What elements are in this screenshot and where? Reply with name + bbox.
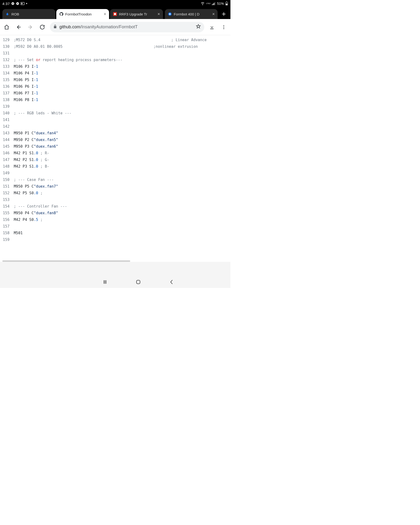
svg-point-18: [223, 25, 224, 26]
code-text[interactable]: M106 P5 I-1: [14, 76, 230, 83]
code-text[interactable]: M501: [14, 230, 230, 236]
line-number: 158: [0, 230, 14, 236]
svg-rect-16: [54, 26, 56, 28]
star-bookmark-icon[interactable]: [196, 24, 201, 30]
wifi-icon: [201, 2, 205, 5]
line-number: 141: [0, 116, 14, 123]
code-text[interactable]: M42 P5 S0.0 ;: [14, 190, 230, 197]
code-text[interactable]: ; --- Set or report heating process para…: [14, 56, 230, 63]
code-text[interactable]: M950 P2 C"duex.fan5": [14, 136, 230, 143]
status-bar: 4:37 • LTE2 51%: [0, 0, 230, 7]
code-text[interactable]: M106 P8 I-1: [14, 96, 230, 103]
line-number: 148: [0, 163, 14, 170]
svg-point-19: [223, 27, 224, 28]
line-number: 144: [0, 136, 14, 143]
code-line: 134M106 P4 I-1: [0, 70, 230, 76]
tab-close-icon[interactable]: ×: [212, 12, 215, 16]
code-line: 131: [0, 50, 230, 56]
code-text[interactable]: [14, 170, 230, 177]
bottom-spacer: [0, 262, 230, 276]
code-line: 154; --- Controller Fan ---: [0, 203, 230, 210]
status-notification-icon-3: [21, 2, 25, 5]
code-text[interactable]: M42 P2 S1.0 ; G-: [14, 157, 230, 163]
line-number: 150: [0, 177, 14, 183]
code-line: 152M42 P5 S0.0 ;: [0, 190, 230, 197]
code-text[interactable]: [14, 197, 230, 203]
overflow-menu-button[interactable]: [219, 23, 228, 31]
code-text[interactable]: ; --- Case Fan ---: [14, 177, 230, 183]
code-line: 138M106 P8 I-1: [0, 96, 230, 103]
code-text[interactable]: M42 P3 S1.0 ; B-: [14, 163, 230, 170]
line-number: 155: [0, 210, 14, 216]
address-bar[interactable]: github.com/InsanityAutomation/FormbotT: [50, 22, 204, 32]
line-number: 135: [0, 76, 14, 83]
line-number: 137: [0, 90, 14, 96]
reload-button[interactable]: [38, 23, 46, 31]
code-text[interactable]: [14, 223, 230, 230]
browser-tab-0[interactable]: ROB: [2, 9, 55, 19]
code-text[interactable]: M950 P4 C"duex.fan8": [14, 210, 230, 216]
code-text[interactable]: [14, 116, 230, 123]
code-text[interactable]: M42 P1 S1.0 ; R-: [14, 150, 230, 157]
network-label: LTE2: [206, 3, 210, 5]
back-system-button[interactable]: [164, 277, 179, 287]
code-line: 130;M592 D0 A0.01 B0.0005 ;nonlinear ext…: [0, 43, 230, 50]
new-tab-button[interactable]: [219, 9, 229, 19]
download-button[interactable]: [208, 23, 216, 31]
tab-close-icon[interactable]: ×: [104, 12, 106, 16]
code-text[interactable]: M950 P5 C"duex.fan7": [14, 183, 230, 190]
code-line: 129;M572 D0 S.4 ; Linear Advance: [0, 37, 230, 43]
code-line: 141: [0, 116, 230, 123]
svg-rect-21: [137, 280, 140, 284]
code-line: 157: [0, 223, 230, 230]
system-navigation-bar: [0, 276, 230, 288]
line-number: 136: [0, 83, 14, 90]
code-text[interactable]: ; --- RGB leds - White ---: [14, 110, 230, 116]
code-line: 158M501: [0, 230, 230, 236]
line-number: 140: [0, 110, 14, 116]
forward-button[interactable]: [26, 23, 35, 31]
tab-title: ROB: [11, 12, 53, 16]
code-line: 149: [0, 170, 230, 177]
home-button[interactable]: [2, 23, 11, 31]
recents-button[interactable]: [98, 277, 112, 287]
code-text[interactable]: M106 P7 I-1: [14, 90, 230, 96]
url-text: github.com/InsanityAutomation/FormbotT: [59, 25, 193, 29]
tab-close-icon[interactable]: ×: [157, 12, 160, 16]
back-button[interactable]: [14, 23, 23, 31]
blue-circle-favicon-icon: [168, 12, 172, 16]
horizontal-scrollbar[interactable]: [2, 260, 130, 262]
svg-rect-11: [226, 4, 227, 5]
code-text[interactable]: M950 P3 C"duex.fan6": [14, 143, 230, 150]
browser-tab-3[interactable]: Formbot 400 | D×: [165, 9, 218, 19]
drop-favicon-icon: [5, 12, 9, 16]
browser-tab-1[interactable]: FormbotTroodon×: [56, 9, 109, 19]
code-line: 147M42 P2 S1.0 ; G-: [0, 157, 230, 163]
code-text[interactable]: M950 P1 C"duex.fan4": [14, 130, 230, 136]
code-viewer[interactable]: 129;M572 D0 S.4 ; Linear Advance130;M592…: [0, 35, 230, 262]
code-text[interactable]: M106 P6 I-1: [14, 83, 230, 90]
code-line: 151M950 P5 C"duex.fan7": [0, 183, 230, 190]
code-line: 132; --- Set or report heating process p…: [0, 56, 230, 63]
code-text[interactable]: ;M572 D0 S.4 ; Linear Advance: [14, 37, 230, 43]
lock-icon: [53, 24, 57, 30]
svg-rect-6: [213, 4, 213, 5]
tab-title: FormbotTroodon: [65, 12, 102, 16]
code-text[interactable]: ; --- Controller Fan ---: [14, 203, 230, 210]
home-system-button[interactable]: [131, 277, 145, 287]
code-text[interactable]: M106 P3 I-1: [14, 63, 230, 70]
code-text[interactable]: [14, 123, 230, 130]
code-text[interactable]: [14, 103, 230, 110]
line-number: 157: [0, 223, 14, 230]
code-text[interactable]: [14, 50, 230, 56]
status-more-icon: •: [26, 2, 27, 5]
code-text[interactable]: M106 P4 I-1: [14, 70, 230, 76]
svg-rect-13: [114, 13, 116, 15]
browser-tab-2[interactable]: RRF3 Upgrade Tr×: [110, 9, 163, 19]
line-number: 159: [0, 236, 14, 243]
code-line: 148M42 P3 S1.0 ; B-: [0, 163, 230, 170]
code-text[interactable]: M42 P4 S0.5 ;: [14, 216, 230, 223]
line-number: 145: [0, 143, 14, 150]
code-text[interactable]: ;M592 D0 A0.01 B0.0005 ;nonlinear extrus…: [14, 43, 230, 50]
code-text[interactable]: [14, 236, 230, 243]
